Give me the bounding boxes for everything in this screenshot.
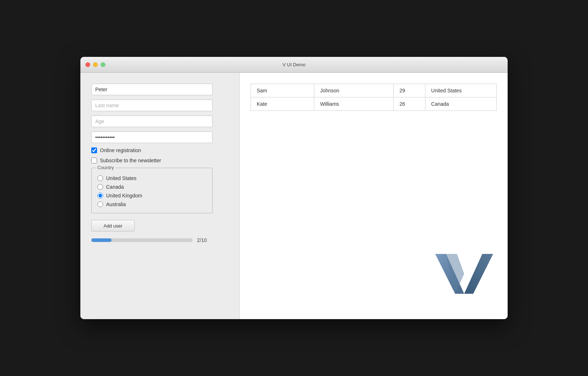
cell-last-name: Williams: [314, 97, 394, 111]
cell-country: United States: [425, 84, 496, 97]
online-registration-label[interactable]: Online registration: [100, 147, 141, 153]
country-group: Country United States Canada United King…: [91, 168, 213, 213]
cell-first-name: Sam: [251, 84, 314, 97]
cell-country: Canada: [425, 97, 496, 111]
window-body: Online registration Subscribe to the new…: [80, 73, 508, 319]
last-name-input[interactable]: [91, 100, 213, 111]
subscribe-checkbox[interactable]: [91, 158, 97, 163]
cell-age: 29: [394, 84, 425, 97]
close-button[interactable]: [85, 62, 90, 67]
subscribe-row: Subscribe to the newsletter: [91, 158, 228, 163]
right-panel: Sam Johnson 29 United States Kate Willia…: [240, 73, 508, 319]
add-user-button[interactable]: Add user: [91, 220, 135, 231]
country-us-label[interactable]: United States: [106, 175, 136, 181]
table-row: Sam Johnson 29 United States: [251, 84, 497, 97]
subscribe-label[interactable]: Subscribe to the newsletter: [100, 158, 161, 163]
users-table: Sam Johnson 29 United States Kate Willia…: [251, 84, 497, 111]
country-uk-row: United Kingdom: [97, 193, 206, 199]
age-input[interactable]: [91, 116, 213, 127]
cell-first-name: Kate: [251, 97, 314, 111]
country-uk-label[interactable]: United Kingdom: [106, 193, 142, 199]
svg-marker-1: [464, 254, 493, 294]
country-us-row: United States: [97, 175, 206, 181]
online-registration-checkbox[interactable]: [91, 147, 97, 153]
app-window: V UI Demo Online registration Subscribe …: [80, 57, 508, 319]
country-ca-label[interactable]: Canada: [106, 184, 124, 190]
titlebar: V UI Demo: [80, 57, 508, 73]
cell-age: 26: [394, 97, 425, 111]
first-name-input[interactable]: [91, 84, 213, 95]
password-input[interactable]: [91, 131, 213, 143]
country-uk-radio[interactable]: [97, 193, 103, 199]
maximize-button[interactable]: [101, 62, 105, 67]
progress-label: 2/10: [197, 237, 207, 243]
country-au-label[interactable]: Australia: [106, 201, 126, 207]
progress-bar-fill: [91, 238, 112, 242]
table-row: Kate Williams 26 Canada: [251, 97, 497, 111]
left-panel: Online registration Subscribe to the new…: [80, 73, 240, 319]
country-legend: Country: [96, 165, 116, 170]
country-au-radio[interactable]: [97, 201, 103, 207]
v-logo: [435, 254, 493, 305]
country-us-radio[interactable]: [97, 175, 103, 181]
progress-bar-container: [91, 238, 193, 242]
country-ca-row: Canada: [97, 184, 206, 190]
country-ca-radio[interactable]: [97, 184, 103, 190]
window-title: V UI Demo: [282, 62, 306, 67]
progress-row: 2/10: [91, 237, 228, 243]
online-registration-row: Online registration: [91, 147, 228, 153]
minimize-button[interactable]: [93, 62, 98, 67]
country-au-row: Australia: [97, 201, 206, 207]
traffic-lights: [85, 62, 105, 67]
cell-last-name: Johnson: [314, 84, 394, 97]
